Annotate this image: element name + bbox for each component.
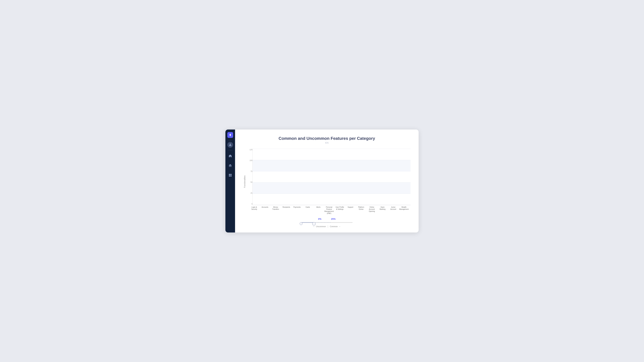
- user-avatar[interactable]: [227, 142, 233, 148]
- x-label-6: Alerts: [313, 206, 323, 214]
- chart-title: Common and Uncommon Features per Categor…: [243, 136, 410, 141]
- y-tick-50: 50: [248, 181, 252, 183]
- chart-subtitle: iOS: [243, 142, 410, 144]
- y-tick-100: 100: [248, 160, 252, 161]
- bars-container: [252, 149, 410, 205]
- legend-arrow-left: ← Uncommon: [313, 225, 326, 228]
- main-content: Common and Uncommon Features per Categor…: [235, 129, 418, 233]
- sidebar-nav: [227, 153, 233, 178]
- y-tick-75: 75: [248, 171, 252, 172]
- sidebar-item-home[interactable]: [227, 153, 233, 159]
- sidebar-divider-1: [228, 140, 233, 141]
- y-ticks: 0 25 50 75 100 125: [248, 149, 252, 205]
- x-label-9: Support: [346, 206, 356, 214]
- svg-rect-7: [229, 174, 230, 175]
- x-label-5: Cards: [303, 206, 313, 214]
- x-label-12: Open Banking: [378, 206, 388, 214]
- x-label-7: Personal Finance Management (PMF): [324, 206, 334, 214]
- svg-point-0: [230, 144, 231, 145]
- slider-fill: [301, 222, 314, 223]
- x-label-13: Junior Account: [388, 206, 398, 214]
- legend-divider: [328, 225, 328, 228]
- slider-labels-row: 0% 25%: [318, 218, 336, 220]
- x-labels: Login & SecurityAccountsMoney TransfersR…: [248, 206, 410, 214]
- y-tick-0: 0: [248, 203, 252, 205]
- arrow-right-icon: →: [339, 225, 341, 228]
- common-label: Common: [330, 225, 338, 228]
- slider-dot: [327, 222, 328, 223]
- sidebar-divider-2: [228, 150, 233, 150]
- slider-right-pct: 25%: [331, 218, 336, 220]
- slider-dot: [330, 222, 330, 223]
- slider-track-container[interactable]: [301, 221, 352, 224]
- arrow-left-icon: ←: [313, 225, 315, 228]
- svg-rect-4: [231, 166, 231, 167]
- slider-dot: [318, 222, 319, 223]
- svg-rect-9: [229, 175, 230, 176]
- svg-marker-6: [229, 164, 232, 165]
- slider-thumb-right[interactable]: [312, 222, 316, 225]
- x-label-1: Accounts: [260, 206, 270, 214]
- uncommon-label: Uncommon: [316, 225, 326, 228]
- slider-dot: [328, 222, 329, 223]
- x-label-11: Online Account Opening: [367, 206, 377, 214]
- slider-dot: [320, 222, 320, 223]
- slider-dot: [321, 222, 322, 223]
- sidebar-item-grid[interactable]: [227, 172, 233, 178]
- y-tick-125: 125: [248, 149, 252, 151]
- slider-left-pct: 0%: [318, 218, 321, 220]
- slider-dot: [323, 222, 323, 223]
- sidebar: [226, 129, 235, 233]
- x-label-0: Login & Security: [249, 206, 259, 214]
- x-label-8: User Profile & Settings: [335, 206, 345, 214]
- x-label-14: Wealth Management: [399, 206, 409, 214]
- app-logo[interactable]: [227, 132, 233, 138]
- svg-rect-3: [230, 166, 230, 167]
- svg-rect-1: [229, 165, 232, 166]
- legend-arrow-right: Common →: [330, 225, 341, 228]
- slider-track: [301, 222, 352, 223]
- slider-dots: [314, 222, 352, 223]
- app-container: Common and Uncommon Features per Categor…: [226, 129, 418, 233]
- svg-rect-5: [229, 167, 232, 167]
- bars-row: [252, 149, 410, 205]
- x-label-10: Platform Extras: [356, 206, 366, 214]
- x-label-2: Money Transfers: [271, 206, 280, 214]
- svg-rect-8: [230, 174, 232, 175]
- chart-wrapper: Functionalities 0 25 50 75 100 125: [243, 149, 410, 214]
- sidebar-item-bank[interactable]: [227, 163, 233, 168]
- y-tick-25: 25: [248, 192, 252, 194]
- slider-legend: ← Uncommon Common →: [313, 225, 340, 228]
- chart-plot: 0 25 50 75 100 125: [248, 149, 410, 205]
- slider-dot: [326, 222, 326, 223]
- svg-rect-10: [230, 175, 232, 176]
- slider-dot: [324, 222, 325, 223]
- svg-rect-2: [229, 166, 230, 167]
- slider-dot: [317, 222, 318, 223]
- chart-area: Functionalities 0 25 50 75 100 125: [243, 149, 410, 214]
- slider-section: 0% 25%: [243, 218, 410, 228]
- chart-inner: 0 25 50 75 100 125: [248, 149, 410, 214]
- y-axis-label: Functionalities: [243, 149, 246, 214]
- x-label-4: Payments: [292, 206, 302, 214]
- x-label-3: Recipients: [281, 206, 291, 214]
- slider-thumb-left[interactable]: [300, 222, 302, 225]
- slider-dot: [316, 222, 316, 223]
